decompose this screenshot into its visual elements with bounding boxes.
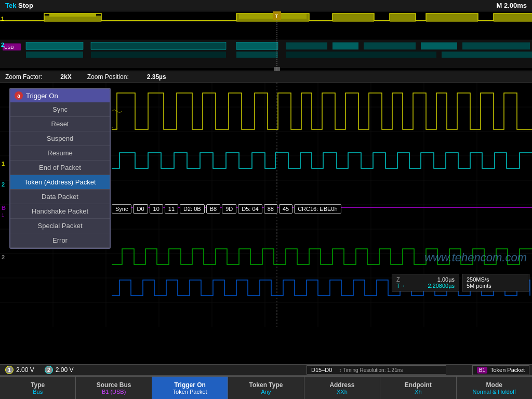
zoom-bar: Zoom Factor: 2kX Zoom Position: 2.35µs bbox=[0, 71, 532, 83]
btn-trigger-on-value: Token Packet bbox=[173, 389, 207, 395]
svg-rect-24 bbox=[421, 42, 457, 49]
svg-rect-21 bbox=[286, 42, 327, 49]
stop-label: Stop bbox=[18, 2, 33, 9]
btn-source-bus[interactable]: Source Bus B1 (USB) bbox=[76, 377, 152, 399]
t-value: −2.20800µs bbox=[424, 283, 455, 289]
packet-cell-11: 11 bbox=[165, 204, 178, 214]
svg-rect-11 bbox=[494, 14, 532, 22]
btn-endpoint-value: Xh bbox=[415, 389, 421, 395]
menu-header-label: Trigger On bbox=[26, 92, 58, 100]
menu-panel: a Trigger On Sync Reset Suspend Resume E… bbox=[9, 88, 111, 249]
svg-text:USB: USB bbox=[4, 45, 14, 50]
btn-source-bus-value: B1 (USB) bbox=[102, 389, 126, 395]
waveform-area: 1 2 B 1 2 a Trigger On Sync Reset Suspen… bbox=[0, 83, 532, 327]
tek-label: Tek bbox=[5, 2, 16, 9]
svg-text:2: 2 bbox=[2, 181, 5, 188]
menu-item-suspend[interactable]: Suspend bbox=[10, 131, 110, 146]
overview-area: USB T 1 2 bbox=[0, 11, 532, 71]
sample-rate: 250MS/s bbox=[467, 276, 525, 283]
ch2-volt: 2.00 V bbox=[56, 366, 74, 374]
svg-rect-9 bbox=[390, 14, 416, 22]
btn-endpoint-label: Endpoint bbox=[405, 381, 432, 389]
menu-item-reset[interactable]: Reset bbox=[10, 117, 110, 131]
bottom-info: Z 1.00µs T→ −2.20800µs 250MS/s 5M points bbox=[392, 274, 529, 291]
svg-rect-10 bbox=[426, 14, 478, 22]
svg-rect-25 bbox=[462, 42, 530, 49]
svg-text:T: T bbox=[275, 13, 278, 19]
packet-cell-b8: B8 bbox=[206, 204, 220, 214]
btn-type[interactable]: Type Bus bbox=[0, 377, 76, 399]
svg-rect-30 bbox=[442, 51, 532, 58]
ch1-badge: 1 bbox=[5, 366, 14, 374]
svg-rect-4 bbox=[49, 14, 96, 17]
menu-item-special-packet[interactable]: Special Packet bbox=[10, 219, 110, 233]
btn-bar: Type Bus Source Bus B1 (USB) Trigger On … bbox=[0, 376, 532, 399]
timing-info-box: Z 1.00µs T→ −2.20800µs bbox=[392, 274, 459, 291]
btn-endpoint[interactable]: Endpoint Xh bbox=[380, 377, 456, 399]
svg-text:1: 1 bbox=[2, 161, 5, 167]
time-scale: M 2.00ms bbox=[496, 2, 527, 9]
btn-source-bus-label: Source Bus bbox=[97, 381, 131, 389]
b1-token-container: B1 Token Packet bbox=[472, 365, 529, 375]
btn-trigger-on[interactable]: Trigger On Token Packet bbox=[152, 377, 228, 399]
svg-rect-26 bbox=[26, 51, 83, 58]
sample-points: 5M points bbox=[467, 283, 525, 289]
btn-token-type[interactable]: Token Type Any bbox=[228, 377, 304, 399]
btn-mode[interactable]: Mode Normal & Holdoff bbox=[457, 377, 532, 399]
ch2-marker: 2 bbox=[1, 42, 4, 48]
ch1-volt: 2.00 V bbox=[16, 366, 34, 374]
menu-item-resume[interactable]: Resume bbox=[10, 146, 110, 161]
overview-svg: USB T bbox=[0, 11, 532, 71]
packet-cell-88: 88 bbox=[264, 204, 277, 214]
svg-rect-19 bbox=[236, 42, 278, 49]
packet-cell-d5-04: D5: 04 bbox=[238, 204, 262, 214]
btn-address-label: Address bbox=[329, 381, 354, 389]
svg-rect-8 bbox=[332, 14, 374, 22]
svg-rect-23 bbox=[364, 42, 416, 49]
btn-token-type-label: Token Type bbox=[249, 381, 283, 389]
svg-rect-29 bbox=[286, 51, 436, 58]
packet-cell-crc16: CRC16: EBE0h bbox=[294, 204, 341, 214]
zoom-factor-value: 2kX bbox=[60, 73, 71, 81]
svg-text:2: 2 bbox=[2, 254, 5, 260]
packet-cell-d0: D0 bbox=[133, 204, 148, 214]
svg-rect-28 bbox=[236, 51, 278, 58]
packet-cell-10: 10 bbox=[150, 204, 163, 214]
btn-token-type-value: Any bbox=[261, 389, 271, 395]
btn-type-label: Type bbox=[31, 381, 45, 389]
packet-cell-45: 45 bbox=[279, 204, 292, 214]
packet-cell-9d: 9D bbox=[222, 204, 236, 214]
btn-address[interactable]: Address XXh bbox=[304, 377, 380, 399]
ch2-badge: 2 bbox=[45, 366, 53, 374]
t-label: T→ bbox=[396, 283, 406, 289]
svg-rect-22 bbox=[332, 42, 358, 49]
ch-status-bar: 1 2.00 V 2 2.00 V D15–D0 ↕ Timing Resolu… bbox=[0, 364, 532, 376]
menu-item-data-packet[interactable]: Data Packet bbox=[10, 190, 110, 204]
menu-item-end-of-packet[interactable]: End of Packet bbox=[10, 161, 110, 175]
ch1-status: 1 2.00 V bbox=[5, 366, 34, 374]
btn-mode-label: Mode bbox=[486, 381, 502, 389]
trigger-icon: a bbox=[15, 91, 23, 100]
sample-info-box: 250MS/s 5M points bbox=[462, 274, 529, 291]
menu-item-sync[interactable]: Sync bbox=[10, 102, 110, 117]
timing-res: ↕ Timing Resolution: 1.21ns bbox=[339, 367, 403, 373]
zoom-factor-label: Zoom Factor: bbox=[5, 73, 42, 81]
menu-item-handshake-packet[interactable]: Handshake Packet bbox=[10, 204, 110, 219]
svg-rect-27 bbox=[91, 51, 226, 58]
b1-badge: B1 bbox=[477, 367, 487, 374]
d15-range: D15–D0 bbox=[311, 367, 332, 373]
z-label: Z bbox=[396, 276, 400, 283]
packet-cell-sync: Sync bbox=[112, 204, 131, 214]
menu-item-token-address-packet[interactable]: Token (Address) Packet bbox=[10, 175, 110, 190]
svg-rect-17 bbox=[91, 42, 226, 49]
svg-text:1: 1 bbox=[2, 212, 4, 218]
d15-info-box: D15–D0 ↕ Timing Resolution: 1.21ns bbox=[307, 365, 446, 375]
watermark: www.tehencom.com bbox=[424, 251, 527, 264]
zoom-position-value: 2.35µs bbox=[147, 73, 166, 81]
tek-stop-label: Tek Stop bbox=[5, 2, 33, 9]
ch2-status: 2 2.00 V bbox=[45, 366, 74, 374]
menu-item-error[interactable]: Error bbox=[10, 233, 110, 248]
svg-rect-15 bbox=[26, 42, 83, 49]
z-value: 1.00µs bbox=[437, 276, 455, 283]
packet-cell-d2-0b: D2: 0B bbox=[180, 204, 205, 214]
